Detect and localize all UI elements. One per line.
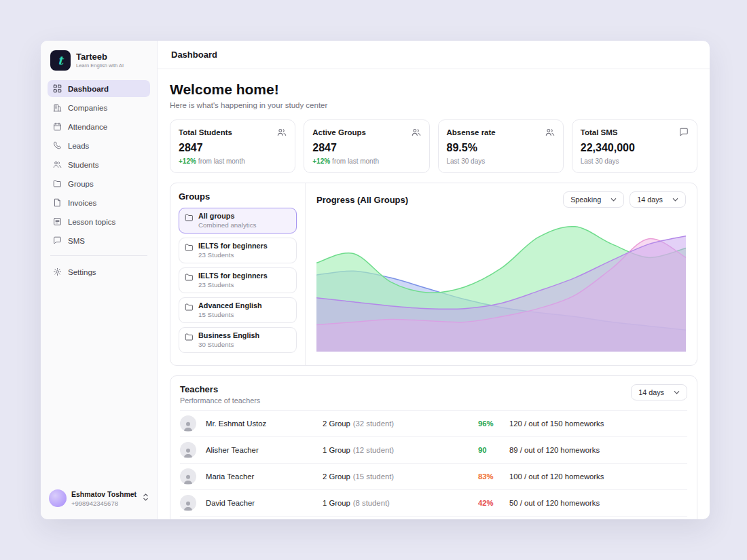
sidebar-item-label: Attendance — [68, 123, 107, 131]
teacher-group: 1 Group(8 student) — [323, 499, 478, 507]
teachers-card: Teachers Performance of teachers 14 days… — [170, 375, 697, 519]
groups-title: Groups — [179, 191, 297, 202]
main-area: Dashboard Welcome home! Here is what's h… — [158, 41, 710, 519]
teacher-name: Mr. Eshmat Ustoz — [206, 419, 323, 428]
lesson-list-icon — [53, 217, 62, 226]
file-icon — [53, 198, 62, 207]
stat-note: Last 30 days — [447, 157, 555, 165]
sidebar-item-label: Students — [68, 161, 98, 169]
group-item-ielts-2[interactable]: IELTS for beginners 23 Students — [179, 267, 297, 293]
stat-card-active-groups: Active Groups 2847 +12%from last month — [304, 119, 429, 173]
stat-value: 89.5% — [447, 142, 555, 154]
progress-title: Progress (All Groups) — [316, 195, 408, 205]
sidebar-item-leads[interactable]: Leads — [48, 137, 150, 154]
brand: t Tarteeb Learn English with AI — [48, 49, 150, 80]
progress-chart-container — [316, 217, 686, 352]
stat-card-total-students: Total Students 2847 +12%from last month — [170, 119, 295, 173]
range-select[interactable]: 14 days — [630, 191, 686, 208]
stat-label: Total SMS — [581, 128, 618, 136]
teacher-name: Maria Teacher — [206, 472, 323, 481]
teacher-percent: 96% — [478, 419, 509, 428]
stat-note: Last 30 days — [581, 157, 689, 165]
table-row: David Teacher 1 Group(8 student) 42% 50 … — [180, 489, 687, 516]
stat-note: +12%from last month — [179, 157, 287, 165]
stat-card-absense-rate: Absense rate 89.5% Last 30 days — [438, 119, 564, 173]
teacher-percent: 90 — [478, 446, 509, 454]
group-item-business-english[interactable]: Business English 30 Students — [179, 327, 297, 353]
teacher-group: 2 Group(15 student) — [323, 472, 478, 481]
table-row: Ravi Teacher 1 Group(13 student) 79% 95 … — [180, 516, 687, 519]
avatar — [180, 468, 196, 485]
user-switcher[interactable]: Eshmatov Toshmet +998942345678 — [48, 487, 150, 510]
sidebar-item-companies[interactable]: Companies — [48, 99, 150, 116]
users-icon — [545, 128, 555, 137]
chevron-down-icon — [611, 198, 617, 202]
sidebar-item-groups[interactable]: Groups — [48, 175, 150, 192]
chat-icon — [53, 236, 62, 245]
gear-icon — [53, 267, 62, 276]
sidebar-item-label: Settings — [68, 268, 96, 276]
avatar — [49, 489, 67, 507]
teacher-name: Alisher Teacher — [206, 446, 323, 454]
stat-value: 2847 — [179, 142, 287, 154]
stat-label: Absense rate — [447, 128, 496, 136]
group-item-advanced-english[interactable]: Advanced English 15 Students — [179, 297, 297, 323]
metric-select[interactable]: Speaking — [563, 191, 624, 208]
folder-icon — [185, 243, 194, 252]
page-title: Dashboard — [171, 50, 217, 60]
sidebar-item-invoices[interactable]: Invoices — [48, 194, 150, 211]
stat-value: 22,340,000 — [581, 142, 689, 154]
brand-name: Tarteeb — [76, 52, 124, 62]
welcome-title: Welcome home! — [170, 81, 697, 98]
users-icon — [412, 128, 421, 137]
chevron-down-icon — [672, 198, 678, 202]
teachers-subtitle: Performance of teachers — [180, 396, 260, 405]
content: Welcome home! Here is what's happening i… — [158, 69, 710, 519]
table-row: Mr. Eshmat Ustoz 2 Group(32 student) 96%… — [180, 410, 687, 436]
teachers-range-select[interactable]: 14 days — [631, 384, 687, 400]
teacher-percent: 42% — [478, 499, 509, 507]
grid-icon — [53, 84, 62, 93]
sidebar-item-label: Invoices — [68, 199, 96, 207]
phone-icon — [53, 141, 62, 150]
avatar — [180, 495, 196, 511]
sidebar: t Tarteeb Learn English with AI Dashboar… — [41, 41, 158, 519]
sidebar-item-lesson-topics[interactable]: Lesson topics — [48, 213, 150, 230]
users-icon — [53, 160, 62, 169]
welcome-subtitle: Here is what's happening in your study c… — [170, 101, 697, 109]
stat-label: Active Groups — [312, 128, 366, 136]
folder-icon — [185, 333, 194, 341]
folder-icon — [185, 303, 194, 312]
teachers-title: Teachers — [180, 384, 260, 394]
folder-icon — [185, 273, 194, 282]
sidebar-item-dashboard[interactable]: Dashboard — [48, 80, 150, 97]
stats-row: Total Students 2847 +12%from last month … — [170, 119, 697, 173]
groups-panel: Groups All groups Combined analytics IEL… — [170, 183, 306, 365]
chevron-up-down-icon — [143, 492, 149, 504]
sidebar-item-sms[interactable]: SMS — [48, 232, 150, 249]
sidebar-item-attendance[interactable]: Attendance — [48, 118, 150, 135]
folder-icon — [53, 179, 62, 188]
sidebar-item-label: Companies — [68, 104, 107, 112]
progress-area-chart — [316, 217, 686, 352]
sidebar-item-settings[interactable]: Settings — [48, 263, 150, 280]
sidebar-nav: Dashboard Companies Attendance Leads Stu… — [48, 80, 150, 282]
user-name: Eshmatov Toshmet — [71, 490, 136, 498]
user-phone: +998942345678 — [71, 500, 136, 507]
teacher-homework: 100 / out of 120 homeworks — [509, 472, 687, 481]
topbar: Dashboard — [158, 41, 710, 69]
avatar — [180, 442, 196, 458]
chevron-down-icon — [674, 390, 680, 395]
building-icon — [53, 103, 62, 112]
group-item-all-groups[interactable]: All groups Combined analytics — [179, 208, 297, 234]
teacher-homework: 89 / out of 120 homeworks — [509, 446, 687, 454]
stat-value: 2847 — [312, 142, 420, 154]
analytics-card: Groups All groups Combined analytics IEL… — [170, 183, 697, 366]
folder-icon — [185, 213, 194, 222]
calendar-icon — [53, 122, 62, 131]
sidebar-item-students[interactable]: Students — [48, 156, 150, 173]
group-item-ielts-1[interactable]: IELTS for beginners 23 Students — [179, 238, 297, 263]
avatar — [180, 415, 196, 432]
stat-note: +12%from last month — [312, 157, 420, 165]
table-row: Maria Teacher 2 Group(15 student) 83% 10… — [180, 463, 687, 489]
